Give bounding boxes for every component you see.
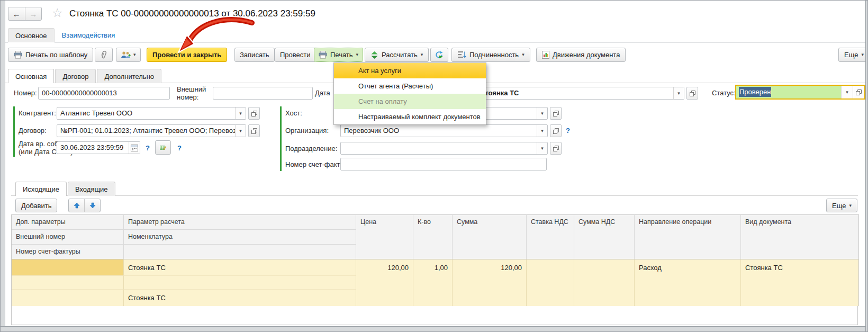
column-header[interactable]: Цена: [356, 215, 413, 259]
event-date-input[interactable]: 30.06.2023 23:59:59: [57, 141, 140, 154]
invoice-number-input[interactable]: [340, 158, 547, 171]
table-cell-vat-rate[interactable]: [527, 259, 574, 306]
table-cell-selected[interactable]: [12, 259, 124, 276]
move-up-button[interactable]: [69, 199, 85, 212]
host-open-button[interactable]: [550, 107, 562, 120]
table-cell-qty[interactable]: 1,00: [413, 259, 453, 306]
calculate-icon: [370, 51, 378, 59]
organization-dropdown-button[interactable]: ▾: [537, 125, 547, 137]
contact-persons-button[interactable]: ▾: [116, 48, 141, 62]
calendar-picker-button[interactable]: [129, 142, 140, 154]
form-tab-dogovor[interactable]: Договор: [55, 69, 96, 83]
menu-item-schet-na-oplatu[interactable]: Счет на оплату: [334, 94, 486, 109]
column-header[interactable]: [124, 245, 356, 259]
refresh-button[interactable]: [430, 48, 448, 62]
column-header[interactable]: Сумма НДС: [574, 215, 635, 259]
column-header[interactable]: Номер счет-фактуры: [12, 245, 124, 259]
parts-table-row[interactable]: Стоянка ТС 120,00 1,00 120,00 Расход Сто…: [11, 259, 859, 306]
column-header[interactable]: Вид документа: [741, 215, 858, 259]
status-field[interactable]: Проверен ▾: [735, 85, 865, 100]
table-cell-invoice-number[interactable]: [12, 290, 124, 306]
host-label: Хост:: [285, 109, 302, 117]
post-button[interactable]: Провести: [275, 48, 316, 62]
column-header[interactable]: Направление операции: [635, 215, 741, 259]
table-cell-direction[interactable]: Расход: [635, 259, 741, 306]
parts-table-empty-row[interactable]: [11, 306, 858, 325]
tab-vzaimodeystviya[interactable]: Взаимодействия: [56, 31, 122, 42]
calculate-button[interactable]: Рассчитать ▾: [365, 48, 429, 62]
external-number-input[interactable]: [213, 87, 313, 100]
printer-icon: [14, 51, 22, 59]
number-input[interactable]: 00-00000000000000013: [38, 87, 170, 100]
column-header[interactable]: Доп. параметры: [12, 215, 124, 230]
form-tab-osnovnaya[interactable]: Основная: [8, 69, 54, 83]
move-down-button[interactable]: [85, 199, 100, 212]
subdivision-dropdown-button[interactable]: ▾: [537, 142, 547, 154]
subordination-button[interactable]: Подчиненность ▾: [451, 48, 530, 62]
printer-icon: [319, 51, 327, 59]
table-cell-vat-sum[interactable]: [574, 259, 635, 306]
tab-osnovnoe[interactable]: Основное: [8, 28, 55, 42]
favorite-star-icon[interactable]: ☆: [52, 6, 63, 20]
add-row-button[interactable]: Добавить: [15, 199, 57, 212]
calculation-help-link[interactable]: ?: [177, 144, 182, 152]
contract-combo[interactable]: №РП-001; 01.01.2023; Атлантис Тревел ООО…: [57, 124, 246, 137]
open-link-icon: [553, 111, 559, 116]
menu-item-akt-na-uslugi[interactable]: Акт на услуги: [334, 63, 486, 78]
dropdown-caret-icon: ▾: [849, 203, 852, 208]
parts-tab-incoming[interactable]: Входящие: [68, 182, 115, 196]
menu-item-komplekt-dokumentov[interactable]: Настраиваемый комплект документов: [334, 109, 486, 124]
dropdown-caret-icon: ▾: [421, 52, 423, 57]
counterparty-combo[interactable]: Атлантис Тревел ООО ▾: [57, 107, 246, 120]
subdivision-combo[interactable]: ▾: [340, 142, 548, 155]
print-menu-button[interactable]: Печать ▾: [314, 48, 363, 62]
header-divider: [1, 42, 867, 43]
window-right-gutter: [865, 1, 867, 331]
column-header[interactable]: Внешний номер: [12, 230, 124, 245]
contract-dropdown-button[interactable]: ▾: [235, 125, 246, 137]
column-header[interactable]: Ставка НДС: [527, 215, 574, 259]
column-header[interactable]: Номенклатура: [124, 230, 356, 245]
organization-help-link[interactable]: ?: [566, 127, 570, 134]
column-header[interactable]: Параметр расчета: [124, 215, 356, 230]
back-button[interactable]: ←: [8, 7, 25, 20]
parts-more-button[interactable]: Еще ▾: [826, 199, 857, 212]
window-bottom-gutter: [1, 326, 867, 332]
subdivision-open-button[interactable]: [550, 142, 562, 155]
event-date-help-link[interactable]: ?: [146, 144, 150, 152]
document-movements-button[interactable]: Движения документа: [536, 48, 626, 62]
parts-tab-outgoing[interactable]: Исходящие: [15, 182, 67, 196]
forward-button[interactable]: →: [25, 7, 42, 20]
status-dropdown-button[interactable]: ▾: [841, 86, 853, 98]
dropdown-caret-icon: ▾: [541, 111, 544, 116]
table-cell-doc-kind[interactable]: Стоянка ТС: [741, 259, 858, 306]
operation-open-button[interactable]: [686, 87, 698, 100]
host-dropdown-button[interactable]: ▾: [537, 107, 547, 119]
contract-open-button[interactable]: [248, 124, 260, 137]
dropdown-caret-icon: ▾: [133, 52, 136, 57]
table-cell-param-line3[interactable]: Стоянка ТС: [124, 290, 356, 306]
toolbar-more-button[interactable]: Еще ▾: [838, 48, 868, 62]
operation-dropdown-button[interactable]: ▾: [673, 87, 684, 99]
table-cell-external-number[interactable]: [12, 276, 124, 290]
counterparty-open-button[interactable]: [248, 107, 260, 120]
table-cell-nomenclature[interactable]: [124, 276, 356, 290]
table-cell-sum[interactable]: 120,00: [453, 259, 527, 306]
open-link-icon: [251, 111, 257, 116]
form-tab-dopolnitelno[interactable]: Дополнительно: [97, 69, 161, 83]
calculation-table-button[interactable]: [155, 140, 171, 155]
table-cell-param[interactable]: Стоянка ТС: [124, 259, 356, 276]
counterparty-dropdown-button[interactable]: ▾: [235, 107, 246, 119]
column-header[interactable]: Сумма: [453, 215, 527, 259]
history-nav-group: ← →: [8, 7, 42, 21]
print-by-template-button[interactable]: Печать по шаблону: [8, 48, 93, 62]
status-open-button[interactable]: [853, 86, 864, 98]
dropdown-caret-icon: ▾: [677, 91, 680, 96]
attachments-button[interactable]: [95, 48, 113, 62]
organization-value: Перевозчик ООО: [341, 125, 537, 137]
table-cell-price[interactable]: 120,00: [356, 259, 413, 306]
menu-item-otchet-agenta[interactable]: Отчет агента (Расчеты): [334, 78, 486, 94]
column-header[interactable]: К-во: [413, 215, 453, 259]
organization-open-button[interactable]: [550, 124, 562, 137]
organization-combo[interactable]: Перевозчик ООО ▾: [340, 124, 548, 137]
